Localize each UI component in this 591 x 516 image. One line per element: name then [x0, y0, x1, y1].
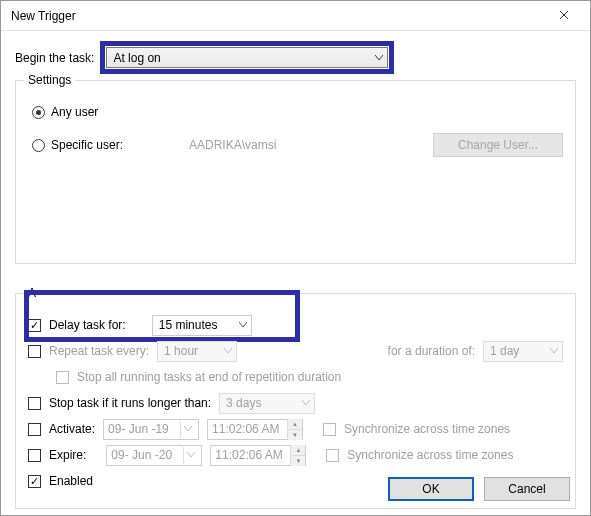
change-user-button[interactable]: Change User... — [433, 133, 563, 157]
calendar-icon — [183, 447, 197, 464]
delay-task-value: 15 minutes — [159, 318, 218, 332]
specific-user-value: AADRIKA\vamsi — [189, 138, 276, 152]
duration-dropdown[interactable]: 1 day — [483, 341, 563, 362]
repeat-every-dropdown[interactable]: 1 hour — [157, 341, 237, 362]
cancel-button[interactable]: Cancel — [484, 477, 570, 501]
stop-all-label: Stop all running tasks at end of repetit… — [77, 370, 341, 384]
time-spinner[interactable]: ▲▼ — [287, 419, 302, 440]
delay-task-dropdown[interactable]: 15 minutes — [152, 315, 252, 336]
activate-date-input[interactable]: 09- Jun -19 — [103, 419, 199, 440]
stop-longer-dropdown[interactable]: 3 days — [219, 393, 315, 414]
specific-user-radio[interactable] — [32, 139, 45, 152]
stop-longer-checkbox[interactable] — [28, 397, 41, 410]
activate-time-value: 11:02:06 AM — [212, 422, 279, 436]
settings-legend: Settings — [24, 73, 75, 87]
expire-date-input[interactable]: 09- Jun -20 — [106, 445, 202, 466]
dialog-content: Begin the task: At log on Settings Any u… — [1, 31, 590, 515]
dialog-title: New Trigger — [11, 9, 76, 23]
repeat-task-checkbox[interactable] — [28, 345, 41, 358]
delay-task-label: Delay task for: — [49, 318, 126, 332]
stop-longer-label: Stop task if it runs longer than: — [49, 396, 211, 410]
enabled-label: Enabled — [49, 474, 93, 488]
expire-time-value: 11:02:06 AM — [215, 448, 282, 462]
stop-all-checkbox[interactable] — [56, 371, 69, 384]
any-user-label: Any user — [51, 105, 98, 119]
duration-value: 1 day — [490, 344, 519, 358]
close-button[interactable] — [544, 1, 584, 29]
activate-label: Activate: — [49, 422, 95, 436]
activate-sync-label: Synchronize across time zones — [344, 422, 510, 436]
delay-task-checkbox[interactable] — [28, 319, 41, 332]
calendar-icon — [180, 421, 194, 438]
begin-task-dropdown[interactable]: At log on — [106, 47, 388, 68]
repeat-every-value: 1 hour — [164, 344, 198, 358]
expire-sync-label: Synchronize across time zones — [347, 448, 513, 462]
chevron-down-icon — [239, 322, 247, 328]
specific-user-label: Specific user: — [51, 138, 123, 152]
begin-task-value: At log on — [113, 51, 160, 65]
repeat-task-label: Repeat task every: — [49, 344, 149, 358]
stop-longer-value: 3 days — [226, 396, 261, 410]
highlight-begin-task: At log on — [100, 41, 394, 74]
any-user-radio[interactable] — [32, 106, 45, 119]
activate-date-value: 09- Jun -19 — [108, 422, 169, 436]
begin-task-label: Begin the task: — [15, 51, 94, 65]
expire-checkbox[interactable] — [28, 449, 41, 462]
settings-groupbox: Settings Any user Specific user: AADRIKA… — [15, 80, 576, 264]
expire-label: Expire: — [49, 448, 86, 462]
chevron-down-icon — [550, 348, 558, 354]
chevron-down-icon — [224, 348, 232, 354]
ok-button[interactable]: OK — [388, 477, 474, 501]
chevron-down-icon — [302, 400, 310, 406]
expire-time-input[interactable]: 11:02:06 AM ▲▼ — [210, 445, 306, 466]
chevron-down-icon — [375, 55, 383, 61]
dialog-footer: OK Cancel — [388, 477, 570, 501]
enabled-checkbox[interactable] — [28, 475, 41, 488]
activate-checkbox[interactable] — [28, 423, 41, 436]
time-spinner[interactable]: ▲▼ — [290, 445, 305, 466]
duration-label: for a duration of: — [388, 344, 475, 358]
activate-sync-checkbox[interactable] — [323, 423, 336, 436]
adv-legend-left: A — [28, 286, 36, 300]
activate-time-input[interactable]: 11:02:06 AM ▲▼ — [207, 419, 303, 440]
expire-sync-checkbox[interactable] — [326, 449, 339, 462]
expire-date-value: 09- Jun -20 — [111, 448, 172, 462]
titlebar[interactable]: New Trigger — [1, 1, 590, 31]
new-trigger-dialog: New Trigger Begin the task: At log on Se… — [0, 0, 591, 516]
